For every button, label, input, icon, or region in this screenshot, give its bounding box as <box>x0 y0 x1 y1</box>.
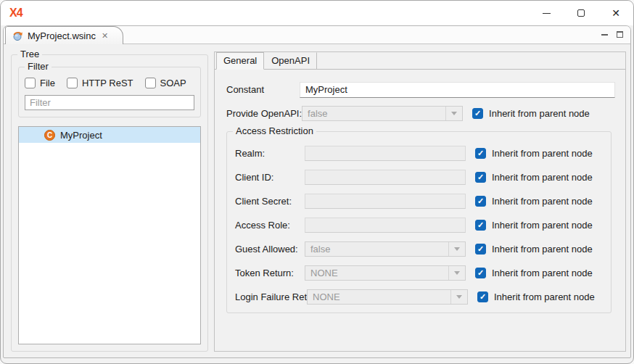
access-restriction-group: Access Restriction Realm: Inherit from p… <box>226 131 612 313</box>
realm-input[interactable] <box>305 146 466 161</box>
inherit-label: Inherit from parent node <box>492 196 593 207</box>
soap-checkbox[interactable] <box>145 78 156 88</box>
editor-shell: MyProject.wsinc ✕ Tree Filter File <box>3 25 631 358</box>
inherit-checkbox[interactable] <box>477 291 488 302</box>
minimize-button[interactable] <box>529 1 564 25</box>
login-failure-select[interactable]: NONE <box>307 289 468 305</box>
form-row-client-id: Client ID: Inherit from parent node <box>231 165 605 189</box>
inherit-label: Inherit from parent node <box>492 148 593 159</box>
form-row-realm: Realm: Inherit from parent node <box>231 141 605 165</box>
filter-checkbox-soap[interactable]: SOAP <box>145 78 186 88</box>
form-row-client-secret: Client Secret: Inherit from parent node <box>231 189 605 213</box>
realm-label: Realm: <box>231 148 305 159</box>
inherit-checkbox[interactable] <box>475 268 486 278</box>
maximize-icon <box>577 9 585 17</box>
maximize-view-icon[interactable] <box>617 31 623 38</box>
client-id-label: Client ID: <box>231 172 305 183</box>
x4-logo: X4 <box>9 7 22 20</box>
inherit-checkbox[interactable] <box>472 108 483 119</box>
file-checkbox-label: File <box>40 78 55 88</box>
tab-close-icon[interactable]: ✕ <box>102 31 108 41</box>
inherit-control: Inherit from parent node <box>472 108 590 119</box>
inherit-checkbox[interactable] <box>475 244 486 255</box>
inherit-control: Inherit from parent node <box>475 244 593 255</box>
webservice-file-icon <box>12 30 23 41</box>
maximize-button[interactable] <box>564 1 598 25</box>
tree-panel: Tree Filter File HTTP ReST <box>11 54 208 352</box>
inherit-checkbox[interactable] <box>475 196 486 207</box>
editor-tab-title: MyProject.wsinc <box>28 30 96 41</box>
filter-checkbox-http-rest[interactable]: HTTP ReST <box>67 78 133 88</box>
editor-body: Tree Filter File HTTP ReST <box>4 44 630 357</box>
tab-openapi[interactable]: OpenAPI <box>264 52 317 70</box>
inherit-control: Inherit from parent node <box>475 148 593 159</box>
inherit-checkbox[interactable] <box>475 148 486 159</box>
chevron-down-icon <box>445 107 462 120</box>
http-rest-checkbox[interactable] <box>67 78 78 88</box>
token-return-value: NONE <box>305 266 448 280</box>
inherit-label: Inherit from parent node <box>492 268 593 278</box>
client-id-input[interactable] <box>305 170 466 185</box>
tree-group-label: Tree <box>17 49 42 59</box>
properties-tab-bar: General OpenAPI <box>215 52 625 70</box>
inherit-control: Inherit from parent node <box>475 172 593 183</box>
inherit-checkbox[interactable] <box>475 172 486 183</box>
form-row-guest-allowed: Guest Allowed: false Inherit from parent… <box>231 237 605 261</box>
tab-general[interactable]: General <box>216 52 264 70</box>
filter-group-label: Filter <box>25 61 52 72</box>
inherit-control: Inherit from parent node <box>475 196 593 207</box>
guest-allowed-select[interactable]: false <box>305 241 466 257</box>
inherit-label: Inherit from parent node <box>492 244 593 255</box>
tree-item-myproject[interactable]: C MyProject <box>19 127 200 143</box>
inherit-control: Inherit from parent node <box>475 268 593 278</box>
form-row-provide-openapi: Provide OpenAPI: false Inherit from pare… <box>226 102 615 125</box>
guest-allowed-label: Guest Allowed: <box>231 244 305 255</box>
minimize-icon <box>543 13 551 14</box>
chevron-down-icon <box>448 266 465 280</box>
inherit-label: Inherit from parent node <box>489 108 590 119</box>
filter-input[interactable] <box>25 95 194 110</box>
inherit-checkbox[interactable] <box>475 220 486 231</box>
form-row-constant: Constant <box>226 78 615 101</box>
editor-tab-strip: MyProject.wsinc ✕ <box>4 26 630 44</box>
form-row-token-return: Token Return: NONE Inherit from parent n… <box>231 261 605 285</box>
inherit-label: Inherit from parent node <box>494 291 595 302</box>
constant-input[interactable] <box>300 82 615 98</box>
http-rest-checkbox-label: HTTP ReST <box>82 78 133 88</box>
client-secret-input[interactable] <box>305 194 466 209</box>
minimize-view-icon[interactable] <box>601 33 608 36</box>
guest-allowed-value: false <box>305 242 448 256</box>
provide-openapi-value: false <box>302 107 445 120</box>
tree-item-label: MyProject <box>60 130 102 141</box>
login-failure-label: Login Failure Ret <box>231 291 307 302</box>
filter-checkbox-row: File HTTP ReST SOAP <box>25 78 194 88</box>
inherit-label: Inherit from parent node <box>492 220 593 231</box>
form-row-access-role: Access Role: Inherit from parent node <box>231 213 605 237</box>
view-toolbar <box>601 31 623 38</box>
inherit-control: Inherit from parent node <box>477 291 595 302</box>
token-return-label: Token Return: <box>231 268 305 278</box>
provide-openapi-label: Provide OpenAPI: <box>226 108 302 119</box>
provide-openapi-select[interactable]: false <box>302 106 463 121</box>
access-role-input[interactable] <box>305 218 466 233</box>
app-window: X4 ✕ MyProject.wsinc ✕ <box>0 0 634 364</box>
inherit-label: Inherit from parent node <box>492 172 593 183</box>
soap-checkbox-label: SOAP <box>160 78 186 88</box>
constant-label: Constant <box>226 84 300 95</box>
token-return-select[interactable]: NONE <box>305 265 466 281</box>
window-controls: ✕ <box>529 1 633 25</box>
project-tree: C MyProject <box>18 126 201 344</box>
access-restriction-label: Access Restriction <box>233 125 316 136</box>
login-failure-value: NONE <box>308 290 450 304</box>
client-secret-label: Client Secret: <box>231 196 305 207</box>
file-checkbox[interactable] <box>25 78 36 88</box>
filter-checkbox-file[interactable]: File <box>25 78 55 88</box>
editor-tab-myproject[interactable]: MyProject.wsinc ✕ <box>5 26 123 44</box>
inherit-control: Inherit from parent node <box>475 220 593 231</box>
constant-node-icon: C <box>44 130 55 141</box>
filter-group: Filter File HTTP ReST SOAP <box>18 67 201 117</box>
close-icon: ✕ <box>612 8 620 18</box>
close-button[interactable]: ✕ <box>598 1 633 25</box>
title-bar: X4 ✕ <box>1 1 633 25</box>
form-row-login-failure: Login Failure Ret NONE Inherit from pare… <box>231 285 605 309</box>
